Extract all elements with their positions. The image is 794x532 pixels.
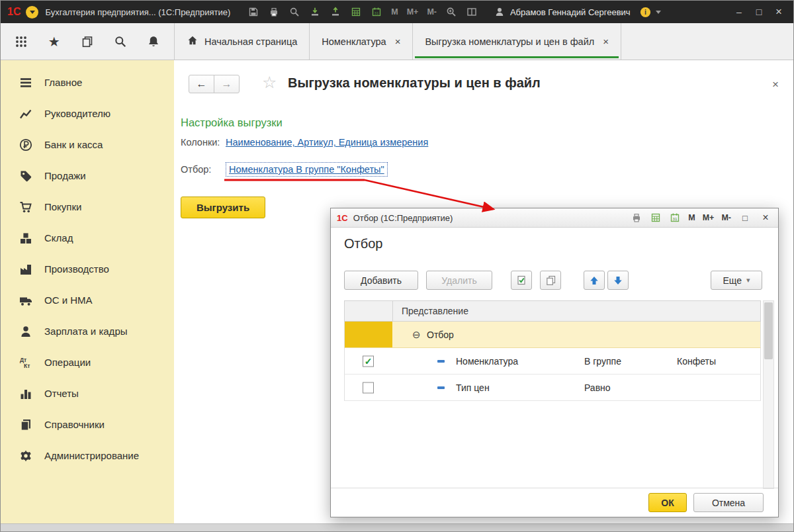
sidebar-item-label: Главное: [44, 77, 82, 88]
sidebar-item-main[interactable]: Главное: [1, 67, 174, 98]
sidebar-item-warehouse[interactable]: Склад: [1, 222, 174, 253]
info-icon[interactable]: i: [640, 6, 652, 18]
service-info[interactable]: i: [640, 6, 661, 18]
cancel-button[interactable]: Отмена: [693, 493, 764, 512]
move-up-icon[interactable]: [584, 271, 605, 290]
dt-kt-icon: ДтКт: [19, 355, 33, 370]
sidebar-item-label: Администрирование: [44, 450, 139, 461]
preview-search-icon[interactable]: [288, 6, 300, 18]
print-icon[interactable]: [631, 212, 642, 224]
memory-m-plus-button[interactable]: M+: [703, 213, 715, 222]
person-icon: [19, 324, 33, 339]
filter-dialog: 1С Отбор (1С:Предприятие) 31 M M+ M- □ ×…: [330, 208, 779, 517]
sidebar-item-manager[interactable]: Руководителю: [1, 98, 174, 129]
sections-sidebar: Главное Руководителю Банк и касса Продаж…: [1, 60, 174, 523]
zoom-icon[interactable]: [445, 6, 457, 18]
calculator-icon[interactable]: [650, 212, 662, 224]
tab-close-icon[interactable]: ×: [395, 36, 401, 47]
memory-m-button[interactable]: M: [391, 7, 398, 17]
collapse-icon[interactable]: ⊖: [412, 329, 421, 341]
table-row[interactable]: ✓ Номенклатура В группе Конфеты: [344, 348, 761, 375]
open-tabs: Начальная страница Номенклатура × Выгруз…: [174, 23, 621, 60]
memory-m-button[interactable]: M: [688, 213, 695, 222]
dialog-maximize-button[interactable]: □: [738, 213, 752, 223]
filter-row: Отбор: Номенклатура В группе "Конфеты": [181, 162, 388, 177]
check-all-icon[interactable]: [511, 271, 532, 290]
window-titlebar[interactable]: 1С Бухгалтерия предприятия... (1С:Предпр…: [1, 1, 794, 23]
history-icon[interactable]: [80, 34, 94, 49]
tab-close-icon[interactable]: ×: [603, 36, 609, 47]
print-icon[interactable]: [268, 6, 280, 18]
tab-home[interactable]: Начальная страница: [175, 23, 310, 60]
sidebar-item-purchases[interactable]: Покупки: [1, 191, 174, 222]
columns-label: Колонки:: [181, 137, 226, 148]
copy-stack-icon[interactable]: [540, 271, 561, 290]
sidebar-item-salary-hr[interactable]: Зарплата и кадры: [1, 316, 174, 347]
move-down-icon[interactable]: [607, 271, 629, 290]
more-button-label: Еще: [723, 275, 742, 286]
book-icon: [19, 418, 33, 432]
memory-m-minus-button[interactable]: M-: [721, 213, 731, 222]
main-menu-button[interactable]: [26, 6, 38, 19]
calendar-icon[interactable]: 31: [669, 212, 681, 224]
back-button[interactable]: ←: [189, 75, 214, 93]
sidebar-item-reports[interactable]: Отчеты: [1, 378, 174, 409]
table-row[interactable]: Тип цен Равно: [344, 375, 761, 401]
filter-link[interactable]: Номенклатура В группе "Конфеты": [226, 162, 388, 177]
sidebar-item-bank-cash[interactable]: Банк и касса: [1, 129, 174, 160]
maximize-button[interactable]: □: [750, 4, 768, 20]
dialog-titlebar[interactable]: 1С Отбор (1С:Предприятие) 31 M M+ M- □ ×: [331, 208, 778, 228]
sidebar-item-label: Покупки: [44, 201, 81, 212]
sales-tag-icon: [19, 169, 33, 183]
favorites-star-icon[interactable]: ★: [47, 34, 61, 49]
column-header: Представление: [402, 306, 468, 316]
export-file-icon[interactable]: [330, 6, 341, 18]
split-view-icon[interactable]: [466, 6, 478, 18]
favorite-star-icon[interactable]: ☆: [262, 73, 277, 92]
minimize-button[interactable]: –: [730, 4, 748, 20]
dialog-toolbar: Добавить Удалить Еще ▾: [344, 271, 762, 290]
row-checkbox[interactable]: ✓: [363, 355, 374, 367]
sidebar-item-directories[interactable]: Справочники: [1, 409, 174, 440]
dialog-title: Отбор (1С:Предприятие): [353, 213, 453, 223]
tab-export-nomenclature[interactable]: Выгрузка номенклатуры и цен в файл ×: [413, 23, 621, 60]
sidebar-item-label: Производство: [44, 263, 109, 275]
columns-link[interactable]: Наименование, Артикул, Единица измерения: [226, 137, 428, 148]
sidebar-item-operations[interactable]: ДтКт Операции: [1, 347, 174, 378]
apps-grid-icon[interactable]: [14, 34, 28, 49]
sidebar-item-label: Продажи: [44, 170, 86, 181]
calculator-icon[interactable]: [350, 6, 362, 18]
sidebar-item-production[interactable]: Производство: [1, 253, 174, 285]
sidebar-item-sales[interactable]: Продажи: [1, 160, 174, 191]
import-file-icon[interactable]: [309, 6, 321, 18]
table-group-row[interactable]: ⊖ Отбор: [344, 322, 761, 348]
scrollbar-thumb[interactable]: [764, 302, 773, 359]
row-checkbox[interactable]: [363, 382, 374, 393]
dialog-close-button[interactable]: ×: [759, 212, 772, 224]
ok-button[interactable]: ОК: [648, 493, 687, 512]
memory-m-minus-button[interactable]: M-: [427, 7, 437, 17]
more-button[interactable]: Еще ▾: [711, 271, 762, 290]
form-close-icon[interactable]: ×: [772, 78, 779, 91]
memory-m-plus-button[interactable]: M+: [407, 7, 419, 17]
vertical-scrollbar[interactable]: [763, 300, 774, 489]
history-nav: ← →: [189, 75, 240, 93]
condition-cell: Равно: [584, 382, 611, 393]
notifications-bell-icon[interactable]: [147, 34, 161, 49]
forward-button[interactable]: →: [214, 75, 240, 93]
chevron-down-icon: ▾: [746, 276, 750, 285]
filter-item-icon: [437, 360, 445, 363]
delete-button[interactable]: Удалить: [426, 271, 492, 290]
current-user[interactable]: Абрамов Геннадий Сергеевич: [494, 6, 631, 18]
calendar-icon[interactable]: 31: [371, 6, 382, 18]
tab-nomenclature[interactable]: Номенклатура ×: [310, 23, 413, 60]
sidebar-item-administration[interactable]: Администрирование: [1, 440, 174, 471]
search-icon[interactable]: [114, 34, 128, 49]
page-title: Выгрузка номенклатуры и цен в файл: [288, 75, 541, 91]
titlebar-toolbar: 31 M M+ M-: [247, 6, 478, 18]
sidebar-item-fixed-assets[interactable]: ОС и НМА: [1, 285, 174, 316]
export-button[interactable]: Выгрузить: [181, 197, 265, 218]
add-button[interactable]: Добавить: [344, 271, 418, 290]
save-icon[interactable]: [247, 6, 259, 18]
close-button[interactable]: ×: [770, 4, 788, 20]
